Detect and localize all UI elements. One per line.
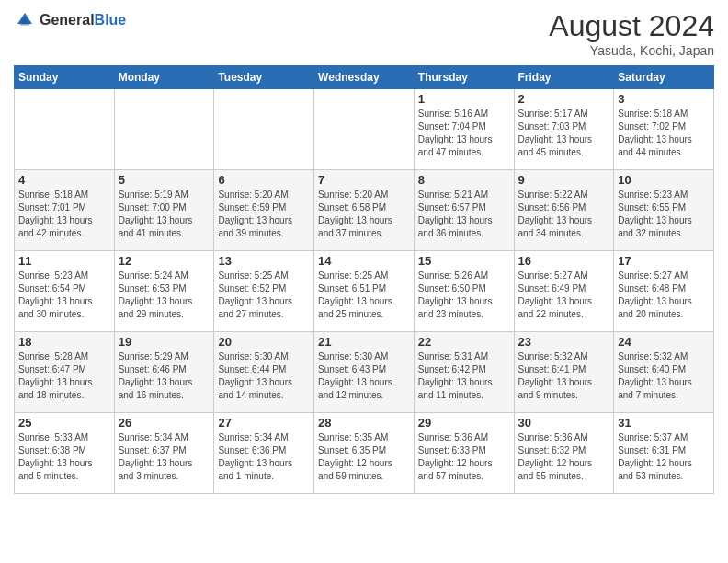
day-info: Sunrise: 5:23 AM Sunset: 6:54 PM Dayligh…: [18, 270, 110, 321]
day-info: Sunrise: 5:21 AM Sunset: 6:57 PM Dayligh…: [418, 189, 510, 240]
day-number: 24: [618, 335, 710, 349]
calendar-cell: 3Sunrise: 5:18 AM Sunset: 7:02 PM Daylig…: [614, 89, 714, 170]
calendar-cell: 10Sunrise: 5:23 AM Sunset: 6:55 PM Dayli…: [614, 170, 714, 251]
day-info: Sunrise: 5:34 AM Sunset: 6:37 PM Dayligh…: [119, 431, 210, 483]
logo-icon: [14, 9, 36, 31]
day-number: 31: [618, 416, 710, 430]
calendar-cell: 24Sunrise: 5:32 AM Sunset: 6:40 PM Dayli…: [614, 332, 714, 413]
day-number: 21: [318, 335, 410, 349]
calendar-cell: [15, 89, 115, 170]
title-area: August 2024 Yasuda, Kochi, Japan: [549, 9, 714, 58]
day-info: Sunrise: 5:22 AM Sunset: 6:56 PM Dayligh…: [518, 189, 610, 240]
day-number: 17: [618, 254, 710, 268]
calendar-cell: 1Sunrise: 5:16 AM Sunset: 7:04 PM Daylig…: [414, 89, 514, 170]
calendar-cell: 7Sunrise: 5:20 AM Sunset: 6:58 PM Daylig…: [314, 170, 415, 251]
day-number: 26: [119, 416, 210, 430]
logo-general: General: [40, 12, 95, 28]
day-info: Sunrise: 5:16 AM Sunset: 7:04 PM Dayligh…: [418, 108, 510, 159]
day-info: Sunrise: 5:27 AM Sunset: 6:49 PM Dayligh…: [518, 270, 610, 321]
calendar-cell: 22Sunrise: 5:31 AM Sunset: 6:42 PM Dayli…: [414, 332, 514, 413]
day-number: 23: [518, 335, 610, 349]
day-info: Sunrise: 5:30 AM Sunset: 6:44 PM Dayligh…: [218, 350, 310, 402]
day-info: Sunrise: 5:26 AM Sunset: 6:50 PM Dayligh…: [418, 270, 510, 321]
day-number: 9: [518, 173, 610, 187]
page-container: GeneralBlue August 2024 Yasuda, Kochi, J…: [0, 0, 728, 503]
day-info: Sunrise: 5:34 AM Sunset: 6:36 PM Dayligh…: [218, 431, 310, 483]
week-row-5: 25Sunrise: 5:33 AM Sunset: 6:38 PM Dayli…: [15, 413, 714, 494]
calendar-cell: 23Sunrise: 5:32 AM Sunset: 6:41 PM Dayli…: [514, 332, 614, 413]
calendar-cell: 5Sunrise: 5:19 AM Sunset: 7:00 PM Daylig…: [114, 170, 214, 251]
calendar-cell: 26Sunrise: 5:34 AM Sunset: 6:37 PM Dayli…: [114, 413, 214, 494]
day-number: 28: [318, 416, 410, 430]
day-number: 29: [418, 416, 510, 430]
day-number: 4: [18, 173, 110, 187]
day-number: 19: [119, 335, 210, 349]
column-header-tuesday: Tuesday: [214, 66, 314, 89]
day-number: 16: [518, 254, 610, 268]
day-info: Sunrise: 5:33 AM Sunset: 6:38 PM Dayligh…: [18, 431, 110, 483]
column-header-thursday: Thursday: [414, 66, 514, 89]
column-header-friday: Friday: [514, 66, 614, 89]
calendar-cell: 14Sunrise: 5:25 AM Sunset: 6:51 PM Dayli…: [314, 251, 415, 332]
day-info: Sunrise: 5:24 AM Sunset: 6:53 PM Dayligh…: [119, 270, 210, 321]
day-info: Sunrise: 5:29 AM Sunset: 6:46 PM Dayligh…: [119, 350, 210, 402]
day-number: 22: [418, 335, 510, 349]
calendar-cell: 16Sunrise: 5:27 AM Sunset: 6:49 PM Dayli…: [514, 251, 614, 332]
calendar-cell: 2Sunrise: 5:17 AM Sunset: 7:03 PM Daylig…: [514, 89, 614, 170]
day-info: Sunrise: 5:28 AM Sunset: 6:47 PM Dayligh…: [18, 350, 110, 402]
day-info: Sunrise: 5:27 AM Sunset: 6:48 PM Dayligh…: [618, 270, 710, 321]
calendar-cell: [114, 89, 214, 170]
day-number: 30: [518, 416, 610, 430]
calendar-cell: 20Sunrise: 5:30 AM Sunset: 6:44 PM Dayli…: [214, 332, 314, 413]
day-info: Sunrise: 5:23 AM Sunset: 6:55 PM Dayligh…: [618, 189, 710, 240]
calendar-cell: 30Sunrise: 5:36 AM Sunset: 6:32 PM Dayli…: [514, 413, 614, 494]
day-info: Sunrise: 5:25 AM Sunset: 6:52 PM Dayligh…: [218, 270, 310, 321]
calendar-cell: 25Sunrise: 5:33 AM Sunset: 6:38 PM Dayli…: [15, 413, 115, 494]
day-number: 14: [318, 254, 410, 268]
day-info: Sunrise: 5:18 AM Sunset: 7:01 PM Dayligh…: [18, 189, 110, 240]
calendar-cell: 12Sunrise: 5:24 AM Sunset: 6:53 PM Dayli…: [114, 251, 214, 332]
calendar-cell: 27Sunrise: 5:34 AM Sunset: 6:36 PM Dayli…: [214, 413, 314, 494]
calendar-cell: 21Sunrise: 5:30 AM Sunset: 6:43 PM Dayli…: [314, 332, 415, 413]
day-info: Sunrise: 5:37 AM Sunset: 6:31 PM Dayligh…: [618, 431, 710, 483]
logo-blue: Blue: [95, 12, 127, 28]
location: Yasuda, Kochi, Japan: [549, 43, 714, 58]
day-number: 13: [218, 254, 310, 268]
day-info: Sunrise: 5:20 AM Sunset: 6:59 PM Dayligh…: [218, 189, 310, 240]
day-number: 6: [218, 173, 310, 187]
day-number: 20: [218, 335, 310, 349]
calendar-cell: [314, 89, 415, 170]
day-number: 12: [119, 254, 210, 268]
day-number: 2: [518, 92, 610, 106]
calendar-cell: 15Sunrise: 5:26 AM Sunset: 6:50 PM Dayli…: [414, 251, 514, 332]
logo-text: GeneralBlue: [40, 12, 126, 29]
week-row-3: 11Sunrise: 5:23 AM Sunset: 6:54 PM Dayli…: [15, 251, 714, 332]
day-info: Sunrise: 5:18 AM Sunset: 7:02 PM Dayligh…: [618, 108, 710, 159]
day-number: 1: [418, 92, 510, 106]
calendar-cell: 8Sunrise: 5:21 AM Sunset: 6:57 PM Daylig…: [414, 170, 514, 251]
day-info: Sunrise: 5:20 AM Sunset: 6:58 PM Dayligh…: [318, 189, 410, 240]
day-number: 8: [418, 173, 510, 187]
column-header-wednesday: Wednesday: [314, 66, 415, 89]
calendar-cell: 13Sunrise: 5:25 AM Sunset: 6:52 PM Dayli…: [214, 251, 314, 332]
day-info: Sunrise: 5:17 AM Sunset: 7:03 PM Dayligh…: [518, 108, 610, 159]
logo: GeneralBlue: [14, 9, 126, 31]
calendar-cell: 11Sunrise: 5:23 AM Sunset: 6:54 PM Dayli…: [15, 251, 115, 332]
calendar-cell: 6Sunrise: 5:20 AM Sunset: 6:59 PM Daylig…: [214, 170, 314, 251]
week-row-2: 4Sunrise: 5:18 AM Sunset: 7:01 PM Daylig…: [15, 170, 714, 251]
calendar-cell: 9Sunrise: 5:22 AM Sunset: 6:56 PM Daylig…: [514, 170, 614, 251]
week-row-4: 18Sunrise: 5:28 AM Sunset: 6:47 PM Dayli…: [15, 332, 714, 413]
day-number: 7: [318, 173, 410, 187]
day-number: 10: [618, 173, 710, 187]
calendar-header-row: SundayMondayTuesdayWednesdayThursdayFrid…: [15, 66, 714, 89]
calendar-cell: 18Sunrise: 5:28 AM Sunset: 6:47 PM Dayli…: [15, 332, 115, 413]
column-header-sunday: Sunday: [15, 66, 115, 89]
day-number: 11: [18, 254, 110, 268]
column-header-saturday: Saturday: [614, 66, 714, 89]
day-info: Sunrise: 5:31 AM Sunset: 6:42 PM Dayligh…: [418, 350, 510, 402]
calendar-table: SundayMondayTuesdayWednesdayThursdayFrid…: [14, 65, 714, 494]
day-number: 18: [18, 335, 110, 349]
day-info: Sunrise: 5:36 AM Sunset: 6:32 PM Dayligh…: [518, 431, 610, 483]
day-number: 27: [218, 416, 310, 430]
calendar-cell: 19Sunrise: 5:29 AM Sunset: 6:46 PM Dayli…: [114, 332, 214, 413]
